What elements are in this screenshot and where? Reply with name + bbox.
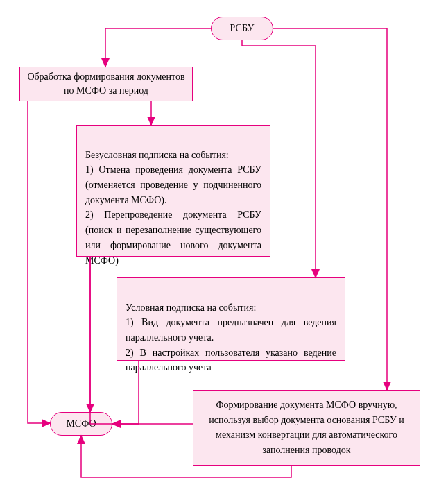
node-msfo-label: МСФО xyxy=(66,418,96,429)
node-rsbu: РСБУ xyxy=(211,17,273,40)
node-unconditional: Безусловная подписка на события: 1) Отме… xyxy=(76,125,270,257)
node-rsbu-label: РСБУ xyxy=(230,23,255,34)
node-unconditional-text: Безусловная подписка на события: 1) Отме… xyxy=(85,150,261,266)
node-manual-text: Формирование документа МСФО вручную, исп… xyxy=(209,400,404,455)
node-conditional: Условная подписка на события: 1) Вид док… xyxy=(117,277,345,361)
node-processing-label: Обработка формирования документов по МСФ… xyxy=(27,70,185,97)
node-processing: Обработка формирования документов по МСФ… xyxy=(19,67,193,101)
node-manual: Формирование документа МСФО вручную, исп… xyxy=(193,390,420,466)
node-conditional-text: Условная подписка на события: 1) Вид док… xyxy=(126,302,336,373)
node-msfo: МСФО xyxy=(50,412,112,436)
